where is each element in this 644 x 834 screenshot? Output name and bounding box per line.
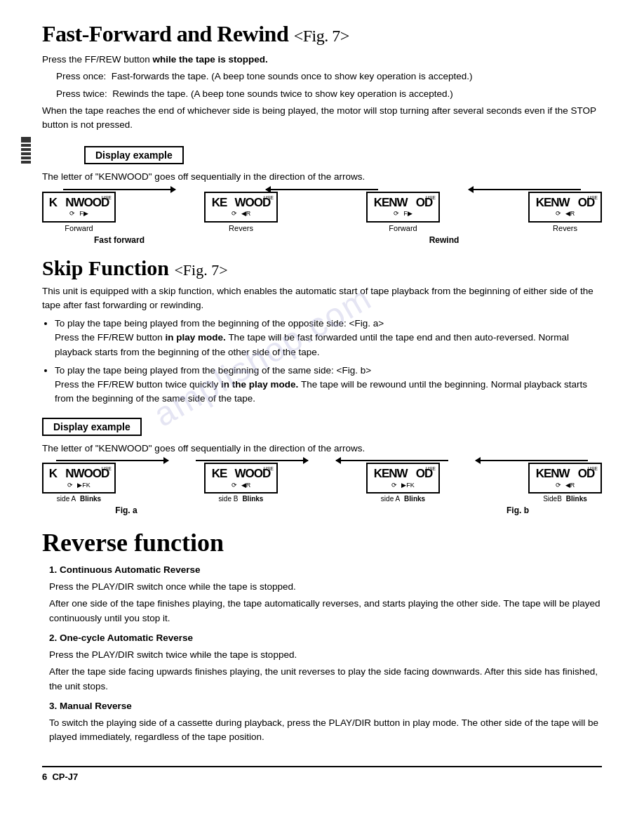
ff-intro: Press the FF/REW button while the tape i…: [42, 53, 602, 67]
margin-marks: [20, 137, 32, 181]
fig-labels: Fig. a Fig. b: [42, 505, 602, 515]
skip-bullet-2: To play the tape being played from the b…: [55, 364, 602, 406]
footer: 6 CP-J7: [42, 766, 602, 782]
reverse-item-2: 2. One-cycle Automatic Reverse Press the…: [49, 631, 602, 694]
footer-text: 6 CP-J7: [42, 772, 78, 782]
skip-kw-box-1: USE KONWOOD ⟳▶FK: [42, 463, 116, 494]
ff-arrows-row: [42, 189, 602, 190]
fig-a-label: Fig. a: [42, 505, 210, 515]
kw-box-3: USE KENWOOD ⟳F▶: [366, 192, 440, 223]
skip-bullet-1: To play the tape being played from the b…: [55, 317, 602, 359]
skip-function-title: Skip Function <Fig. 7>: [42, 256, 602, 280]
kw-box-4: USE KENWOOD ⟳◀R: [528, 192, 602, 223]
ff-press-once: Press once: Fast-forwards the tape. (A b…: [56, 70, 602, 84]
skip-kw-box-2: USE KECWOOD ⟳◀R: [204, 463, 278, 494]
fig-b-label: Fig. b: [434, 505, 602, 515]
svg-rect-3: [21, 152, 31, 155]
svg-rect-0: [21, 137, 31, 143]
display-example-2: Display example: [42, 418, 142, 436]
svg-rect-4: [21, 157, 31, 159]
skip-intro: This unit is equipped with a skip functi…: [42, 284, 602, 313]
svg-rect-1: [21, 144, 31, 147]
ff-note: When the tape reaches the end of whichev…: [42, 104, 602, 133]
ff-group-labels: Fast forward Rewind: [42, 235, 602, 245]
ff-arrow-note: The letter of "KENWOOD" goes off sequent…: [42, 170, 602, 184]
skip-kw-diagram-1: USE KONWOOD ⟳▶FK side A Blinks: [42, 463, 116, 503]
skip-kw-diagram-4: USE KENWOOD ⟳◀R SideB Blinks: [528, 463, 602, 503]
ff-diagrams-row: USE KONWOOD ⟳F▶ Forward USE KECWOOD ⟳◀R …: [42, 192, 602, 232]
reverse-item-3: 3. Manual Reverse To switch the playing …: [49, 699, 602, 745]
ff-group1-label: Fast forward: [42, 235, 196, 245]
reverse-item-1: 1. Continuous Automatic Reverse Press th…: [49, 563, 602, 626]
kw-diagram-1: USE KONWOOD ⟳F▶ Forward: [42, 192, 116, 232]
ff-group2-label: Rewind: [286, 235, 602, 245]
display-example-1: Display example: [84, 146, 184, 164]
kw-box-2: USE KECWOOD ⟳◀R: [204, 192, 278, 223]
reverse-title: Reverse function: [42, 528, 602, 557]
kw-diagram-3: USE KENWOOD ⟳F▶ Forward: [366, 192, 440, 232]
kw-diagram-2: USE KECWOOD ⟳◀R Revers: [204, 192, 278, 232]
skip-kw-box-4: USE KENWOOD ⟳◀R: [528, 463, 602, 494]
skip-arrows-row: [42, 460, 602, 461]
skip-bullets: To play the tape being played from the b…: [55, 317, 602, 406]
skip-kw-box-3: USE KENWOOD ⟳▶FK: [366, 463, 440, 494]
svg-rect-5: [21, 161, 31, 164]
skip-arrow-note: The letter of "KENWOOD" goes off sequent…: [42, 442, 602, 456]
skip-kw-diagram-2: USE KECWOOD ⟳◀R side B Blinks: [204, 463, 278, 503]
reverse-list: 1. Continuous Automatic Reverse Press th…: [49, 563, 602, 745]
ff-press-twice: Press twice: Rewinds the tape. (A beep t…: [56, 87, 602, 101]
skip-kw-diagram-3: USE KENWOOD ⟳▶FK side A Blinks: [366, 463, 440, 503]
kw-box-1: USE KONWOOD ⟳F▶: [42, 192, 116, 223]
svg-rect-2: [21, 148, 31, 151]
skip-diagrams-row: USE KONWOOD ⟳▶FK side A Blinks USE KECWO…: [42, 463, 602, 503]
kw-diagram-4: USE KENWOOD ⟳◀R Revers: [528, 192, 602, 232]
ff-rewind-title: Fast-Forward and Rewind <Fig. 7>: [42, 21, 602, 47]
